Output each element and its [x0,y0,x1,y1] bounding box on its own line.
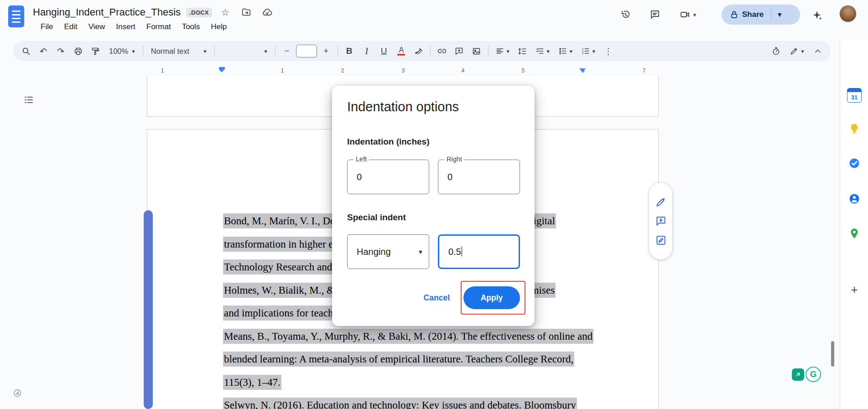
chevron-down-icon: ▾ [546,48,550,55]
account-avatar[interactable] [839,5,857,22]
font-size-input[interactable] [296,45,317,57]
move-folder-icon[interactable] [239,5,254,20]
editing-mode-icon[interactable]: ▾ [785,43,809,59]
comments-icon[interactable] [646,5,664,24]
toolbar-separator [214,46,215,57]
redo-icon[interactable]: ↷ [52,43,69,59]
dialog-actions: Cancel Apply [424,286,520,309]
menu-insert[interactable]: Insert [111,20,140,34]
ruler-mark: 1 [281,67,284,74]
numbered-list-icon[interactable]: 123 ▾ [577,43,599,59]
document-outline-icon[interactable] [19,90,38,109]
line-spacing-icon[interactable] [515,43,531,59]
increase-font-size-icon[interactable]: + [318,43,334,59]
ruler-mark: 5 [522,67,525,74]
checklist-icon[interactable]: ▾ [532,43,554,59]
italic-icon[interactable]: I [359,43,375,59]
calendar-day: 31 [851,92,858,102]
search-icon[interactable] [18,43,34,59]
share-button[interactable]: Share ▾ [722,5,800,25]
document-line[interactable]: 115(3), 1–47. [223,371,643,394]
maps-icon[interactable] [847,226,862,241]
document-title[interactable]: Hanging_Indent_Practice_Thesis [33,6,181,18]
cancel-button[interactable]: Cancel [424,293,450,303]
special-indent-amount-field[interactable]: 0.5 [438,234,520,269]
explore-icon[interactable] [10,386,25,400]
selected-text[interactable]: 115(3), 1–47. [223,375,281,390]
toolbar-separator [275,46,275,57]
gemini-sparkle-icon[interactable] [807,6,826,25]
underline-icon[interactable]: U [376,43,392,59]
add-addon-icon[interactable]: + [847,282,862,297]
version-history-icon[interactable] [617,5,635,24]
tasks-icon[interactable] [847,156,862,171]
dialog-title: Indentation options [347,99,459,114]
share-chevron-icon[interactable]: ▾ [771,10,788,19]
document-line[interactable]: Selwyn, N. (2016). Education and technol… [223,394,643,409]
menu-file[interactable]: File [36,20,58,34]
right-indent-field[interactable]: Right 0 [438,160,520,194]
selected-text[interactable]: blended learning: A meta-analysis of emp… [223,352,574,367]
menu-format[interactable]: Format [141,20,176,34]
hide-menus-icon[interactable] [810,43,826,59]
add-comment-bubble-icon[interactable] [655,215,667,227]
text-color-icon[interactable]: A [393,43,410,59]
star-icon[interactable]: ☆ [218,5,233,20]
document-line[interactable]: blended learning: A meta-analysis of emp… [223,348,643,371]
menu-edit[interactable]: Edit [59,20,82,34]
special-indent-type-select[interactable]: Hanging ▾ [347,234,429,269]
decrease-font-size-icon[interactable]: − [279,43,295,59]
ruler[interactable]: 1 1 2 3 4 5 6 7 [147,67,659,76]
contacts-icon[interactable] [847,192,862,206]
selection-scroll-bar[interactable] [144,210,153,409]
print-icon[interactable] [70,43,86,59]
chevron-down-icon[interactable]: ▾ [693,11,696,18]
bold-icon[interactable]: B [341,43,358,59]
indentation-options-dialog: Indentation options Indentation (inches)… [332,86,535,326]
zoom-select[interactable]: 100% ▾ [104,44,140,58]
right-field-value: 0 [447,172,452,182]
left-indent-field[interactable]: Left 0 [347,160,429,194]
menu-tools[interactable]: Tools [177,20,205,34]
selected-text[interactable]: Selwyn, N. (2016). Education and technol… [223,398,577,409]
bulleted-list-icon[interactable]: ▾ [555,43,577,59]
cloud-status-icon[interactable] [260,5,275,20]
pen-sparkle-icon[interactable] [655,196,667,208]
svg-text:3: 3 [582,52,584,55]
meet-video-icon[interactable]: ▾ [674,5,702,24]
chevron-down-icon: ▾ [506,48,509,55]
right-indent-marker[interactable] [579,68,586,72]
pen-square-icon[interactable] [655,234,667,246]
chevron-down-icon: ▾ [569,48,572,55]
grammarly-icon[interactable]: G [806,367,821,382]
keep-icon[interactable] [847,121,862,136]
add-comment-icon[interactable] [451,43,468,59]
side-panel: 31 + › [840,41,868,409]
insert-link-icon[interactable] [434,43,450,59]
apply-button[interactable]: Apply [463,286,520,309]
selected-text[interactable]: Means, B., Toyama, Y., Murphy, R., & Bak… [223,329,593,344]
timer-icon[interactable] [768,43,784,59]
docx-badge: .DOCX [186,8,212,17]
menu-help[interactable]: Help [206,20,232,34]
docs-logo-icon[interactable] [8,5,24,27]
assistant-arrow-icon[interactable] [792,368,804,381]
scrollbar-thumb[interactable] [831,341,834,367]
left-indent-marker[interactable] [219,67,225,72]
more-options-icon[interactable]: ⋮ [600,43,617,59]
document-line[interactable]: Means, B., Toyama, Y., Murphy, R., & Bak… [223,325,643,348]
special-amount-value: 0.5 [448,247,462,257]
paint-format-icon[interactable] [87,43,104,59]
undo-icon[interactable]: ↶ [35,43,52,59]
paragraph-style-select[interactable]: Normal text ▾ [146,44,211,58]
zoom-value: 100% [109,47,128,56]
align-icon[interactable]: ▾ [492,43,514,59]
highlight-color-icon[interactable] [411,43,427,59]
font-family-select[interactable]: ▾ [218,44,272,58]
insert-image-icon[interactable] [468,43,485,59]
ruler-mark: 7 [643,67,646,74]
chevron-down-icon: ▾ [264,48,267,55]
calendar-icon[interactable]: 31 [847,88,862,103]
text-color-bar [397,54,405,56]
menu-view[interactable]: View [83,20,110,34]
